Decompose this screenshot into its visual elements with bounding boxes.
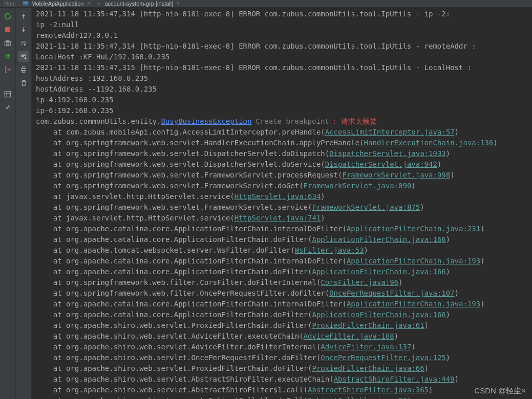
- frame-class: org.springframework.web.servlet.Framewor…: [66, 203, 308, 211]
- up-arrow-icon[interactable]: [18, 11, 29, 22]
- frame-at: at: [36, 214, 66, 222]
- stack-frame: at org.apache.catalina.core.ApplicationF…: [36, 309, 532, 320]
- source-link[interactable]: FrameworkServlet.java:875: [312, 203, 420, 211]
- exception-class-link[interactable]: BusyBusinessException: [161, 117, 251, 125]
- svg-rect-6: [6, 40, 9, 41]
- tab-label: MobileApiApplication: [31, 1, 83, 7]
- stack-frame: at org.apache.catalina.core.ApplicationF…: [36, 234, 532, 245]
- frame-class: org.apache.shiro.web.servlet.AdviceFilte…: [66, 332, 299, 340]
- stack-frame: at org.springframework.web.filter.CorsFi…: [36, 277, 532, 288]
- source-link[interactable]: OncePerRequestFilter.java:125: [321, 353, 445, 362]
- down-arrow-icon[interactable]: [18, 24, 29, 35]
- source-link[interactable]: WsFilter.java:53: [295, 246, 364, 254]
- source-link[interactable]: HandlerExecutionChain.java:136: [364, 139, 494, 147]
- stack-frame: at org.apache.shiro.subject.support.Subj…: [36, 395, 532, 399]
- frame-at: at: [36, 311, 66, 319]
- exception-message: : 请求太频繁: [332, 117, 377, 125]
- frame-at: at: [36, 160, 66, 168]
- rerun-icon[interactable]: [2, 11, 13, 22]
- console-output[interactable]: 2021-11-18 11:35:47,314 [http-nio-8181-e…: [32, 8, 532, 399]
- maven-icon: m: [95, 0, 102, 7]
- pin-icon[interactable]: [2, 102, 13, 113]
- source-link[interactable]: DispatcherServlet.java:942: [325, 160, 437, 168]
- frame-class: javax.servlet.http.HttpServlet.service: [66, 214, 230, 222]
- run-label: Run:: [0, 1, 20, 7]
- frame-at: at: [36, 289, 66, 297]
- camera-icon[interactable]: [2, 37, 13, 49]
- stack-frame: at org.springframework.web.servlet.Handl…: [36, 138, 532, 148]
- source-link[interactable]: SubjectCallable.java:90: [308, 396, 407, 399]
- stack-frame: at org.apache.catalina.core.ApplicationF…: [36, 299, 532, 309]
- source-link[interactable]: ApplicationFilterChain.java:231: [347, 225, 480, 233]
- frame-class: org.apache.shiro.web.servlet.ProxiedFilt…: [66, 364, 308, 372]
- close-icon[interactable]: ×: [176, 1, 180, 7]
- frame-class: org.apache.catalina.core.ApplicationFilt…: [66, 300, 342, 308]
- source-link[interactable]: HttpServlet.java:741: [235, 214, 321, 222]
- log-line: 2021-11-18 11:35:47,314 [http-nio-8181-e…: [36, 41, 532, 52]
- frame-class: org.springframework.web.servlet.Framewor…: [66, 182, 299, 190]
- frame-at: at: [36, 321, 66, 329]
- stop-icon[interactable]: [2, 24, 13, 35]
- exit-icon[interactable]: [2, 64, 13, 75]
- stack-frame: at org.springframework.web.servlet.Frame…: [36, 170, 532, 181]
- source-link[interactable]: FrameworkServlet.java:998: [342, 171, 450, 179]
- source-link[interactable]: ApplicationFilterChain.java:193: [347, 257, 480, 265]
- svg-rect-11: [22, 71, 25, 73]
- source-link[interactable]: CorsFilter.java:96: [321, 278, 398, 286]
- log-line: 2021-11-18 11:35:47,315 [http-nio-8181-e…: [36, 62, 532, 73]
- source-link[interactable]: AbstractShiroFilter.java:449: [334, 375, 455, 383]
- frame-at: at: [36, 203, 66, 211]
- frame-at: at: [36, 257, 66, 265]
- source-link[interactable]: DispatcherServlet.java:1033: [329, 149, 446, 158]
- log-line: ip-4:192.168.0.235: [36, 95, 532, 105]
- svg-text:m: m: [97, 1, 100, 6]
- source-link[interactable]: FrameworkServlet.java:890: [304, 182, 412, 190]
- frame-at: at: [36, 268, 66, 276]
- run-tab[interactable]: MobileApiApplication×: [20, 0, 93, 7]
- frame-at: at: [36, 343, 66, 351]
- source-link[interactable]: ProxiedFilterChain.java:61: [312, 321, 424, 329]
- run-tab[interactable]: maccount-system-grp [install]×: [93, 0, 183, 7]
- frame-class: org.springframework.web.servlet.HandlerE…: [66, 139, 359, 147]
- source-link[interactable]: ApplicationFilterChain.java:193: [347, 300, 480, 308]
- frame-class: com.zubus.mobileApi.config.AccessLimitIn…: [66, 128, 321, 136]
- stack-frame: at org.apache.shiro.web.servlet.Abstract…: [36, 374, 532, 385]
- bug-icon[interactable]: [2, 51, 13, 62]
- left-tool-gutter: [0, 8, 16, 399]
- stack-frame: at org.apache.shiro.web.servlet.Abstract…: [36, 385, 532, 395]
- source-link[interactable]: ApplicationFilterChain.java:166: [312, 311, 445, 319]
- frame-at: at: [36, 171, 66, 179]
- create-breakpoint-hint[interactable]: Create breakpoint: [256, 117, 329, 125]
- source-link[interactable]: ProxiedFilterChain.java:66: [312, 364, 424, 372]
- frame-at: at: [36, 235, 66, 243]
- close-icon[interactable]: ×: [87, 1, 90, 7]
- frame-class: org.apache.catalina.core.ApplicationFilt…: [66, 225, 342, 233]
- source-link[interactable]: OncePerRequestFilter.java:107: [329, 289, 454, 297]
- source-link[interactable]: ApplicationFilterChain.java:166: [312, 268, 445, 276]
- source-link[interactable]: AbstractShiroFilter.java:365: [308, 386, 429, 394]
- source-link[interactable]: AdviceFilter.java:137: [321, 343, 411, 351]
- frame-class: org.apache.shiro.subject.support.Subject…: [66, 396, 304, 399]
- stack-frame: at org.apache.shiro.web.servlet.ProxiedF…: [36, 363, 532, 374]
- stack-frame: at org.apache.catalina.core.ApplicationF…: [36, 256, 532, 267]
- source-link[interactable]: AdviceFilter.java:108: [304, 332, 394, 340]
- frame-at: at: [36, 332, 66, 340]
- trash-icon[interactable]: [18, 77, 29, 88]
- print-icon[interactable]: [18, 64, 29, 75]
- frame-class: org.apache.shiro.web.servlet.AdviceFilte…: [66, 343, 316, 351]
- scroll-to-end-icon[interactable]: [18, 51, 29, 62]
- stack-frame: at org.apache.shiro.web.servlet.AdviceFi…: [36, 342, 532, 352]
- frame-class: org.apache.shiro.web.servlet.AbstractShi…: [66, 386, 304, 394]
- source-link[interactable]: HttpServlet.java:634: [235, 192, 321, 201]
- tabs-bar: Run: MobileApiApplication×maccount-syste…: [0, 0, 532, 8]
- source-link[interactable]: ApplicationFilterChain.java:166: [312, 235, 445, 243]
- exception-package: com.zubus.commonUtils.entity.: [36, 117, 161, 125]
- frame-class: org.apache.tomcat.websocket.server.WsFil…: [66, 246, 290, 254]
- layout-icon[interactable]: [2, 88, 13, 100]
- stack-frame: at org.apache.catalina.core.ApplicationF…: [36, 267, 532, 277]
- stack-frame: at org.apache.shiro.web.servlet.AdviceFi…: [36, 331, 532, 342]
- frame-at: at: [36, 300, 66, 308]
- stack-frame: at org.apache.catalina.core.ApplicationF…: [36, 224, 532, 234]
- wrap-icon[interactable]: [18, 37, 29, 49]
- source-link[interactable]: AccessLimitInterceptor.java:57: [325, 128, 455, 136]
